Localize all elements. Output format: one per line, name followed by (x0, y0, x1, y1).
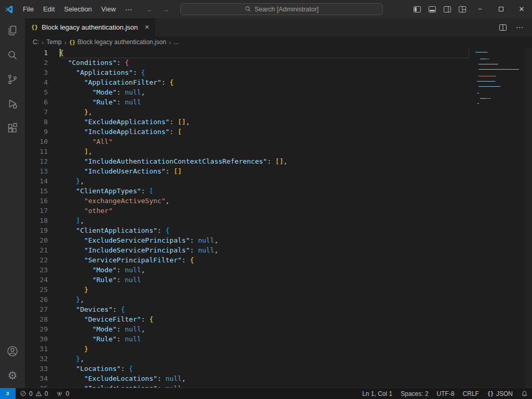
tab-close-icon[interactable]: ✕ (144, 24, 149, 31)
code-line[interactable]: 22 "ServicePrincipalFilter": { (25, 255, 532, 265)
code-text: "Devices": { (60, 304, 469, 314)
code-text: }, (60, 107, 469, 117)
code-line[interactable]: 2 "Conditions": { (25, 58, 532, 68)
language-mode[interactable]: {} JSON (483, 388, 517, 399)
code-text: "Rule": null (60, 275, 469, 285)
menu-selection[interactable]: Selection (59, 0, 96, 18)
code-line[interactable]: 19 "ClientApplications": { (25, 225, 532, 235)
code-line[interactable]: 34 "ExcludeLocations": null, (25, 374, 532, 383)
code-text: { (60, 48, 469, 58)
code-line[interactable]: 10 "All" (25, 137, 532, 147)
code-line[interactable]: 28 "DeviceFilter": { (25, 314, 532, 324)
toggle-sidebar-right-icon[interactable] (440, 0, 455, 18)
eol-setting[interactable]: CRLF (459, 388, 483, 399)
code-text: }, (60, 354, 469, 364)
code-line[interactable]: 26 }, (25, 295, 532, 304)
menu-more-icon[interactable]: ⋯ (121, 5, 137, 14)
close-button[interactable]: ✕ (511, 0, 532, 18)
cursor-position[interactable]: Ln 1, Col 1 (358, 388, 396, 399)
forward-arrow-icon[interactable]: → (162, 5, 169, 14)
run-debug-icon[interactable] (0, 91, 25, 116)
tab-block-legacy-authentication[interactable]: {} Block legacy authentication.json ✕ (25, 18, 155, 36)
status-bar: 0 0 0 Ln 1, Col 1 Spaces: 2 UTF-8 CRLF {… (0, 388, 532, 399)
source-control-icon[interactable] (0, 67, 25, 91)
line-number: 33 (25, 364, 48, 374)
code-line[interactable]: 5 "Mode": null, (25, 87, 532, 97)
code-line[interactable]: 13 "IncludeUserActions": [] (25, 166, 532, 176)
settings-gear-icon[interactable]: ⚙ (0, 363, 25, 388)
problems-indicator[interactable]: 0 0 (16, 388, 52, 399)
remote-indicator[interactable] (0, 388, 16, 399)
menu-view[interactable]: View (97, 0, 121, 18)
json-file-icon: {} (69, 39, 75, 45)
menu-edit[interactable]: Edit (38, 0, 59, 18)
search-icon (245, 6, 251, 12)
code-line[interactable]: 7 }, (25, 107, 532, 117)
editor[interactable]: 1{2 "Conditions": {3 "Applications": {4 … (25, 48, 532, 388)
code-text: "Applications": { (60, 68, 469, 77)
code-line[interactable]: 25 } (25, 285, 532, 295)
search-sidebar-icon[interactable] (0, 43, 25, 67)
account-icon[interactable] (0, 339, 25, 363)
code-text: }, (60, 176, 469, 186)
vertical-scrollbar[interactable] (526, 48, 532, 388)
encoding-setting[interactable]: UTF-8 (433, 388, 459, 399)
breadcrumb-item[interactable]: C: (33, 38, 39, 46)
code-line[interactable]: 32 }, (25, 354, 532, 364)
code-line[interactable]: 21 "IncludeServicePrincipals": null, (25, 245, 532, 255)
code-line[interactable]: 23 "Mode": null, (25, 265, 532, 275)
menu-file[interactable]: File (18, 0, 38, 18)
toggle-panel-icon[interactable] (424, 0, 440, 18)
ports-indicator[interactable]: 0 (52, 388, 73, 399)
toggle-sidebar-left-icon[interactable] (409, 0, 424, 18)
code-line[interactable]: 17 "other" (25, 206, 532, 216)
warning-icon (35, 390, 42, 397)
extensions-icon[interactable] (0, 116, 25, 140)
minimap[interactable] (474, 49, 526, 109)
code-line[interactable]: 24 "Rule": null (25, 275, 532, 285)
code-line[interactable]: 4 "ApplicationFilter": { (25, 77, 532, 87)
editor-actions: ⋯ (496, 18, 532, 36)
indentation-setting[interactable]: Spaces: 2 (396, 388, 432, 399)
more-actions-icon[interactable]: ⋯ (512, 20, 527, 35)
line-number: 25 (25, 285, 48, 295)
back-arrow-icon[interactable]: ← (147, 5, 154, 14)
breadcrumb-item[interactable]: Block legacy authentication.json (77, 38, 166, 46)
code-line[interactable]: 11 ], (25, 147, 532, 156)
explorer-icon[interactable] (0, 18, 25, 43)
split-editor-icon[interactable] (496, 20, 510, 35)
code-line[interactable]: 20 "ExcludeServicePrincipals": null, (25, 235, 532, 245)
history-navigation: ← → (147, 5, 169, 14)
code-line[interactable]: 35 "IncludeLocations": null, (25, 383, 532, 388)
code-line[interactable]: 30 "Rule": null (25, 334, 532, 344)
command-center-search[interactable]: Search [Administrator] (180, 3, 383, 15)
code-line[interactable]: 12 "IncludeAuthenticationContextClassRef… (25, 156, 532, 166)
maximize-button[interactable] (490, 0, 511, 18)
customize-layout-icon[interactable] (455, 0, 470, 18)
breadcrumb-item[interactable]: Temp (46, 38, 61, 46)
code-line[interactable]: 33 "Locations": { (25, 364, 532, 374)
code-line[interactable]: 27 "Devices": { (25, 304, 532, 314)
code-text: "ExcludeServicePrincipals": null, (60, 235, 469, 245)
code-line[interactable]: 1{ (25, 48, 532, 58)
code-line[interactable]: 8 "ExcludeApplications": [], (25, 117, 532, 127)
code-line[interactable]: 16 "exchangeActiveSync", (25, 196, 532, 206)
line-number: 8 (25, 117, 48, 127)
minimize-button[interactable]: − (470, 0, 490, 18)
code-line[interactable]: 15 "ClientAppTypes": [ (25, 186, 532, 196)
notifications-bell[interactable] (517, 388, 532, 399)
line-number: 31 (25, 344, 48, 354)
code-text: "Rule": null (60, 334, 469, 344)
code-line[interactable]: 18 ], (25, 216, 532, 225)
code-text: }, (60, 295, 469, 304)
code-line[interactable]: 6 "Rule": null (25, 97, 532, 107)
line-number: 11 (25, 147, 48, 156)
code-line[interactable]: 29 "Mode": null, (25, 324, 532, 334)
code-line[interactable]: 9 "IncludeApplications": [ (25, 127, 532, 137)
code-line[interactable]: 3 "Applications": { (25, 68, 532, 77)
line-number: 22 (25, 255, 48, 265)
chevron-right-icon: › (64, 38, 66, 46)
breadcrumb-item[interactable]: ... (174, 38, 179, 46)
code-line[interactable]: 14 }, (25, 176, 532, 186)
code-line[interactable]: 31 } (25, 344, 532, 354)
